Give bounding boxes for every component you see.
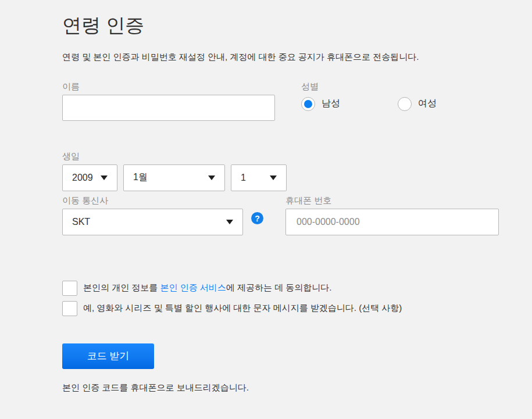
name-label: 이름 (62, 82, 275, 91)
carrier-label: 이동 통신사 (62, 196, 285, 205)
get-code-button[interactable]: 코드 받기 (62, 343, 154, 369)
caret-down-icon (270, 176, 277, 180)
gender-label: 성별 (301, 82, 437, 91)
birth-day-select[interactable]: 1 (231, 164, 287, 191)
radio-selected-icon (301, 97, 315, 111)
identity-service-link[interactable]: 본인 인증 서비스 (160, 282, 226, 292)
marketing-consent-text: 예, 영화와 시리즈 및 특별 할인 행사에 대한 문자 메시지를 받겠습니다.… (83, 303, 402, 314)
carrier-value: SKT (72, 217, 90, 227)
carrier-field-group: 이동 통신사 SKT ? (62, 196, 285, 235)
question-mark-help-icon[interactable]: ? (251, 212, 263, 224)
phone-label: 휴대폰 번호 (285, 196, 499, 205)
radio-unselected-icon (398, 97, 412, 111)
birth-year-select[interactable]: 2009 (62, 164, 117, 191)
page-title: 연령 인증 (62, 14, 499, 37)
footer-note: 본인 인증 코드를 휴대폰으로 보내드리겠습니다. (62, 382, 499, 393)
marketing-consent-row[interactable]: 예, 영화와 시리즈 및 특별 할인 행사에 대한 문자 메시지를 받겠습니다.… (62, 301, 499, 316)
radio-male-label: 남성 (322, 98, 340, 110)
radio-female-label: 여성 (418, 98, 437, 110)
carrier-select[interactable]: SKT (62, 209, 243, 235)
identity-consent-row[interactable]: 본인의 개인 정보를 본인 인증 서비스에 제공하는 데 동의합니다. (62, 281, 499, 296)
radio-male[interactable]: 남성 (301, 97, 398, 111)
caret-down-icon (226, 220, 233, 224)
age-verification-page: 연령 인증 연령 및 본인 인증과 비밀번호 재설정 안내, 계정에 대한 중요… (0, 0, 499, 393)
birth-day-value: 1 (241, 173, 246, 183)
name-field-group: 이름 (62, 82, 275, 121)
radio-female[interactable]: 여성 (398, 97, 437, 111)
birth-month-select[interactable]: 1월 (123, 164, 225, 191)
checkbox-unchecked-icon[interactable] (62, 281, 77, 296)
identity-consent-text: 본인의 개인 정보를 본인 인증 서비스에 제공하는 데 동의합니다. (83, 282, 332, 293)
caret-down-icon (208, 176, 215, 180)
gender-radio-group: 남성 여성 (301, 97, 437, 111)
name-input[interactable] (62, 95, 275, 121)
phone-field-group: 휴대폰 번호 (285, 196, 499, 235)
gender-field-group: 성별 남성 여성 (301, 82, 437, 121)
birth-month-value: 1월 (133, 171, 148, 184)
birth-year-value: 2009 (72, 173, 93, 183)
consent-section: 본인의 개인 정보를 본인 인증 서비스에 제공하는 데 동의합니다. 예, 영… (62, 281, 499, 316)
birthday-field-group: 생일 2009 1월 1 (62, 152, 499, 191)
phone-input[interactable] (285, 209, 499, 235)
birthday-label: 생일 (62, 152, 499, 160)
checkbox-unchecked-icon[interactable] (62, 301, 77, 316)
caret-down-icon (101, 176, 108, 180)
page-subtitle: 연령 및 본인 인증과 비밀번호 재설정 안내, 계정에 대한 중요 공지가 휴… (62, 52, 499, 63)
